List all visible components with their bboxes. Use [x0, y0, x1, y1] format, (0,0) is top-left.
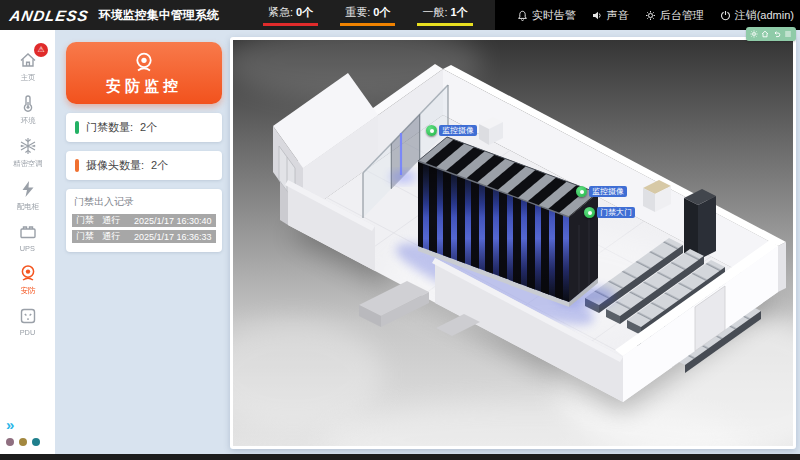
alarm-important-label: 重要: [345, 6, 370, 18]
sidebar-item-power[interactable]: 配电柜 [0, 179, 55, 212]
admin-button[interactable]: 后台管理 [645, 8, 704, 23]
room-3d-render [233, 40, 793, 446]
snowflake-icon [18, 136, 38, 156]
access-records-card: 门禁出入记录 门禁 通行 2025/1/17 16:30:40 门禁 通行 20… [66, 189, 222, 252]
bottom-bar [0, 454, 800, 460]
access-records-title: 门禁出入记录 [74, 195, 214, 209]
alarm-general-label: 一般: [422, 6, 447, 18]
access-record-row: 门禁 通行 2025/1/17 16:36:33 [72, 230, 216, 243]
record-type: 门禁 [76, 230, 102, 243]
record-action: 通行 [102, 214, 134, 227]
sidebar-item-ac[interactable]: 精密空调 [0, 136, 55, 169]
sidebar-item-home[interactable]: 主页 ⚠ [0, 50, 55, 83]
app-title: 环境监控集中管理系统 [99, 7, 219, 24]
record-time: 2025/1/17 16:30:40 [134, 216, 212, 226]
door-marker-label: 门禁大门 [597, 207, 635, 218]
socket-icon [18, 306, 38, 326]
sidebar-item-label: 主页 [20, 72, 35, 82]
bell-icon [517, 10, 528, 21]
realtime-alarm-button[interactable]: 实时告警 [517, 8, 576, 23]
room-3d-scene[interactable]: 监控摄像 监控摄像 门禁大门 [233, 40, 793, 446]
record-type: 门禁 [76, 214, 102, 227]
green-bar [75, 121, 79, 134]
camera-marker-label: 监控摄像 [589, 186, 627, 197]
webcam-icon [18, 263, 38, 283]
header-actions: 实时告警 声音 后台管理 注 [495, 0, 800, 30]
logout-icon [720, 10, 731, 21]
camera-marker-icon [426, 125, 437, 136]
alarm-general-value: 1个 [451, 6, 468, 18]
alarm-important-value: 0个 [373, 6, 390, 18]
sidebar-item-label: 安防 [20, 285, 35, 295]
sound-button[interactable]: 声音 [592, 8, 629, 23]
record-action: 通行 [102, 230, 134, 243]
alarm-critical-value: 0个 [296, 6, 313, 18]
thermometer-icon [18, 93, 38, 113]
lightning-icon [18, 179, 38, 199]
door-count-card: 门禁数量: 2个 [66, 113, 222, 142]
sound-label: 声音 [607, 8, 629, 23]
camera-count-card: 摄像头数量: 2个 [66, 151, 222, 180]
sidebar-item-security[interactable]: 安防 [0, 263, 55, 296]
sidebar-item-label: PDU [20, 328, 36, 336]
door-marker[interactable]: 门禁大门 [584, 207, 635, 218]
alarm-stat-critical[interactable]: 紧急: 0个 [263, 4, 318, 26]
back-icon[interactable] [773, 30, 781, 38]
record-time: 2025/1/17 16:36:33 [134, 232, 212, 242]
sidebar-item-ups[interactable]: UPS [0, 222, 55, 253]
logout-button[interactable]: 注销(admin) [720, 8, 794, 23]
camera-count-label: 摄像头数量: [86, 158, 144, 173]
camera-marker[interactable]: 监控摄像 [576, 186, 627, 197]
battery-icon [18, 222, 38, 242]
gear-icon [645, 10, 656, 21]
expand-chevron-icon[interactable]: » [6, 418, 55, 432]
theme-dots [6, 438, 55, 446]
camera-marker-icon [576, 186, 587, 197]
room-3d-viewport: 监控摄像 监控摄像 门禁大门 [230, 37, 796, 449]
theme-dot-mauve[interactable] [6, 438, 14, 446]
camera-marker[interactable]: 监控摄像 [426, 125, 477, 136]
camera-marker-label: 监控摄像 [439, 125, 477, 136]
sidebar-item-label: 环境 [20, 115, 35, 125]
theme-dot-teal[interactable] [32, 438, 40, 446]
security-monitor-label: 安防监控 [106, 77, 182, 96]
alarm-stat-important[interactable]: 重要: 0个 [340, 4, 395, 26]
logout-label: 注销(admin) [735, 8, 794, 23]
speaker-icon [592, 10, 603, 21]
app-window: ANDLESS 环境监控集中管理系统 紧急: 0个 重要: 0个 一般: 1个 … [0, 0, 800, 460]
scene-toolbar [746, 27, 796, 41]
webcam-icon [132, 50, 156, 74]
sidebar-item-pdu[interactable]: PDU [0, 306, 55, 337]
sidebar-footer: » [0, 418, 55, 454]
camera-count-value: 2个 [151, 158, 168, 173]
door-count-label: 门禁数量: [86, 120, 133, 135]
alert-badge-icon: ⚠ [34, 43, 48, 57]
alarm-stat-general[interactable]: 一般: 1个 [417, 4, 472, 26]
realtime-alarm-label: 实时告警 [532, 8, 576, 23]
sidebar-item-label: 配电柜 [16, 201, 38, 211]
access-record-row: 门禁 通行 2025/1/17 16:30:40 [72, 214, 216, 227]
door-marker-icon [584, 207, 595, 218]
menu-icon[interactable] [784, 30, 792, 38]
theme-dot-gold[interactable] [19, 438, 27, 446]
security-monitor-button[interactable]: 安防监控 [66, 42, 222, 104]
sidebar-nav: 主页 ⚠ 环境 精密空调 配电柜 UPS [0, 30, 55, 454]
sidebar-item-environment[interactable]: 环境 [0, 93, 55, 126]
top-header: ANDLESS 环境监控集中管理系统 紧急: 0个 重要: 0个 一般: 1个 … [0, 0, 800, 30]
sidebar-item-label: UPS [20, 244, 35, 252]
orange-bar [75, 159, 79, 172]
home-icon[interactable] [761, 30, 769, 38]
gear-icon[interactable] [750, 30, 758, 38]
door-count-value: 2个 [140, 120, 157, 135]
alarm-critical-label: 紧急: [268, 6, 293, 18]
security-panel: 安防监控 门禁数量: 2个 摄像头数量: 2个 门禁出入记录 门禁 通行 202… [66, 42, 222, 252]
brand-logo: ANDLESS [9, 7, 91, 24]
admin-label: 后台管理 [660, 8, 704, 23]
sidebar-item-label: 精密空调 [13, 158, 42, 168]
